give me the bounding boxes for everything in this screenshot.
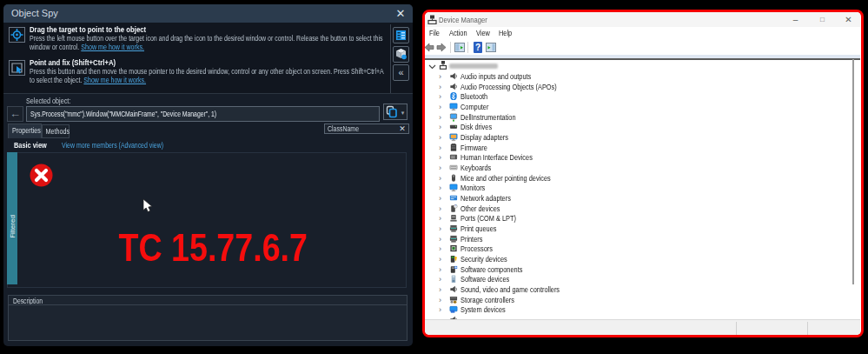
svg-text:?: ? xyxy=(454,204,456,208)
svg-text:?: ? xyxy=(475,43,480,52)
